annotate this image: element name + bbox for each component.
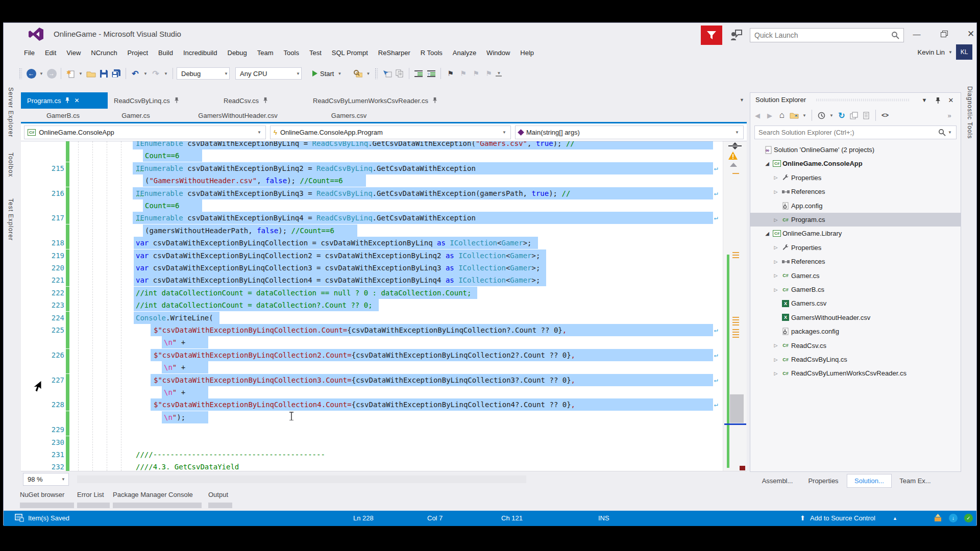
increase-indent-button[interactable]: ? xyxy=(426,67,437,80)
tree-item-onlinegame-consoleapp[interactable]: ◢C#OnlineGame.ConsoleApp xyxy=(750,157,961,170)
scroll-up-arrow[interactable] xyxy=(730,163,737,167)
code-line-228[interactable]: 228$"csvDataWithExceptionByLinqCollectio… xyxy=(21,398,723,411)
search-icon[interactable] xyxy=(938,129,946,136)
member-dropdown[interactable]: Main(string[] args)▼ xyxy=(515,126,744,139)
tab-gamerb-cs[interactable]: GamerB.cs xyxy=(21,109,105,122)
panel-tab-team-ex[interactable]: Team Ex... xyxy=(893,474,938,488)
solution-configuration-select[interactable]: Debug▼ xyxy=(177,67,230,80)
code-line-221[interactable]: 221var csvDataWithExceptionByLinqCollect… xyxy=(21,274,723,286)
title-bar[interactable]: OnlineGame - Microsoft Visual Studio — ✕ xyxy=(4,23,976,46)
toolbar-overflow[interactable]: » xyxy=(944,110,954,121)
tab-readcsvbylinq-cs[interactable]: ReadCsvByLinq.cs xyxy=(108,92,217,109)
side-tab-toolbox[interactable]: Toolbox xyxy=(7,153,14,177)
code-line-219[interactable]: 219var csvDataWithExceptionByLinqCollect… xyxy=(21,249,723,262)
undo-button[interactable]: ↶ xyxy=(130,67,141,80)
solution-search-input[interactable] xyxy=(755,129,938,136)
pin-icon[interactable] xyxy=(432,97,437,105)
warning-icon[interactable] xyxy=(728,152,738,160)
menu-r-tools[interactable]: R Tools xyxy=(415,47,448,59)
restore-button[interactable] xyxy=(936,27,953,40)
redo-button[interactable]: ↷ xyxy=(150,67,161,80)
code-line-216[interactable]: 216IEnumerable csvDataWithExceptionByLin… xyxy=(21,187,723,199)
extension-filter-icon[interactable] xyxy=(701,26,722,45)
tree-item-onlinegame-library[interactable]: ◢C#OnlineGame.Library xyxy=(750,227,961,240)
home-icon[interactable]: ⌂ xyxy=(777,110,787,121)
code-line[interactable]: (gamersWithoutHeaderPath, false); //Coun… xyxy=(21,224,723,237)
bottom-tab-error-list[interactable]: Error List xyxy=(77,491,104,498)
menu-build[interactable]: Build xyxy=(153,47,178,59)
navigate-back-dropdown[interactable]: ▼ xyxy=(38,71,44,76)
collapse-all-button[interactable] xyxy=(789,110,799,121)
code-line[interactable]: IEnumerable csvDataWithExceptionByLinq =… xyxy=(21,141,723,149)
panel-tab-properties[interactable]: Properties xyxy=(801,474,846,488)
menu-sql-prompt[interactable]: SQL Prompt xyxy=(327,47,373,59)
open-file-button[interactable] xyxy=(85,67,96,80)
menu-resharper[interactable]: ReSharper xyxy=(373,47,415,59)
menu-ncrunch[interactable]: NCrunch xyxy=(86,47,122,59)
bottom-tab-package-manager-console[interactable]: Package Manager Console xyxy=(113,491,193,498)
code-line[interactable]: \n" + xyxy=(21,386,723,398)
previous-bookmark-button[interactable]: ⚑ xyxy=(457,67,469,80)
collapsed-expander-icon[interactable]: ▷ xyxy=(772,371,780,376)
redo-dropdown[interactable]: ▼ xyxy=(163,71,169,76)
tree-item-references[interactable]: ▷References xyxy=(750,185,961,198)
user-area[interactable]: Kevin Lin ▼ KL xyxy=(918,44,972,60)
toolbar-grip[interactable] xyxy=(19,68,22,79)
zoom-level-select[interactable]: 98 %▼ xyxy=(23,473,69,486)
decrease-indent-button[interactable] xyxy=(413,67,424,80)
quick-launch-input[interactable] xyxy=(750,31,891,39)
collapsed-expander-icon[interactable]: ▷ xyxy=(772,343,780,348)
code-line[interactable]: \n" + xyxy=(21,336,723,348)
code-line-222[interactable]: 222//int dataCollectionCount = dataColle… xyxy=(21,287,723,299)
editor-vertical-scrollbar[interactable] xyxy=(723,141,747,486)
pin-icon[interactable] xyxy=(65,97,70,105)
sync-with-active-document-button[interactable] xyxy=(861,110,871,121)
search-icon[interactable] xyxy=(891,31,899,39)
tab-gamerswithoutheader-csv[interactable]: GamersWithoutHeader.csv xyxy=(166,109,309,122)
panel-drag-grip[interactable] xyxy=(816,98,910,102)
publish-icon[interactable] xyxy=(934,514,942,524)
code-line-225[interactable]: 225$"csvDataWithExceptionByLinqCollectio… xyxy=(21,324,723,336)
window-position-dropdown[interactable]: ▼ xyxy=(919,95,930,105)
feedback-icon[interactable] xyxy=(729,29,743,41)
clear-bookmarks-button[interactable]: ⚑ xyxy=(483,67,494,80)
menu-team[interactable]: Team xyxy=(252,47,279,59)
tree-item-solution-onlinegame-2-projects[interactable]: ∞Solution 'OnlineGame' (2 projects) xyxy=(750,143,961,157)
tab-program-cs[interactable]: Program.cs✕ xyxy=(21,92,108,109)
tree-item-references[interactable]: ▷References xyxy=(750,255,961,268)
code-line-231[interactable]: 231////---------------------------------… xyxy=(21,448,723,461)
type-dropdown[interactable]: ϟ OnlineGame.ConsoleApp.Program▼ xyxy=(270,126,511,139)
pin-icon[interactable] xyxy=(932,95,943,105)
navigate-forward-button[interactable]: → xyxy=(46,67,57,80)
code-line-220[interactable]: 220var csvDataWithExceptionByLinqCollect… xyxy=(21,262,723,274)
code-line-229[interactable]: 229 xyxy=(21,423,723,436)
select-container-button[interactable] xyxy=(381,67,393,80)
menu-file[interactable]: File xyxy=(19,47,40,59)
collapsed-expander-icon[interactable]: ▷ xyxy=(772,357,780,362)
toolbar-grip[interactable] xyxy=(375,68,378,79)
back-button[interactable]: ◀ xyxy=(752,110,763,121)
menu-window[interactable]: Window xyxy=(481,47,515,59)
forward-button[interactable]: ▶ xyxy=(765,110,775,121)
pin-icon[interactable] xyxy=(174,97,179,105)
tree-item-app-config[interactable]: App.config xyxy=(750,199,961,213)
scrollbar-thumb[interactable] xyxy=(730,394,744,423)
tab-readcsvbylumenworkscsvreader-cs[interactable]: ReadCsvByLumenWorksCsvReader.cs xyxy=(307,92,475,109)
collapsed-expander-icon[interactable]: ▷ xyxy=(772,189,780,194)
menu-analyze[interactable]: Analyze xyxy=(448,47,481,59)
tree-item-properties[interactable]: ▷Properties xyxy=(750,171,961,185)
next-bookmark-button[interactable]: ⚑ xyxy=(470,67,481,80)
pin-icon[interactable] xyxy=(263,97,268,105)
menu-edit[interactable]: Edit xyxy=(40,47,61,59)
ready-check-icon[interactable]: ✓ xyxy=(964,514,973,522)
tree-item-readcsv-cs[interactable]: ▷C#ReadCsv.cs xyxy=(750,339,961,353)
tree-item-gamerswithoutheader-csv[interactable]: XGamersWithoutHeader.csv xyxy=(750,311,961,324)
filter-dropdown[interactable]: ▼ xyxy=(828,113,835,118)
code-line[interactable]: Count==6 xyxy=(21,149,723,162)
menu-tools[interactable]: Tools xyxy=(279,47,304,59)
user-name[interactable]: Kevin Lin xyxy=(918,48,945,56)
solution-platform-select[interactable]: Any CPU▼ xyxy=(235,67,302,80)
code-line-215[interactable]: 215IEnumerable csvDataWithExceptionByLin… xyxy=(21,162,723,174)
collapsed-expander-icon[interactable]: ▷ xyxy=(772,217,780,222)
copy-structure-button[interactable] xyxy=(394,67,405,80)
